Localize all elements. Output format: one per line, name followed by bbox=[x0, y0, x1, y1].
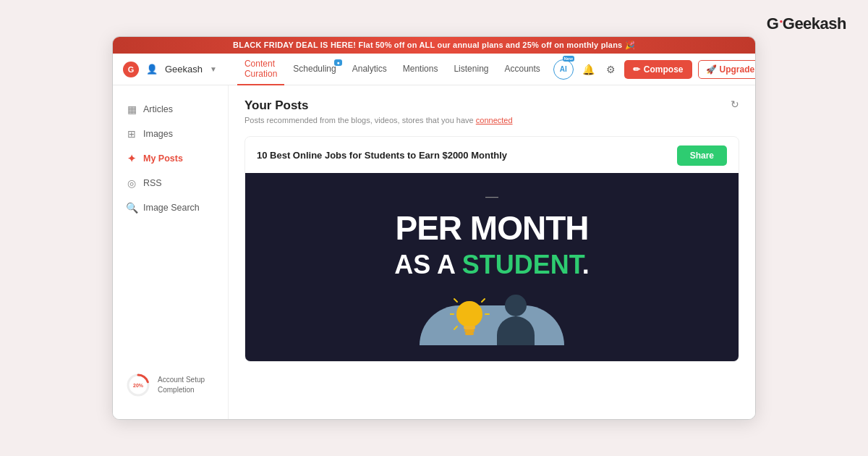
page-background: G●Geekash BLACK FRIDAY DEAL IS HERE! Fla… bbox=[0, 0, 868, 456]
post-card: 10 Best Online Jobs for Students to Earn… bbox=[244, 136, 739, 362]
app-body: ▦ Articles ⊞ Images ✦ My Posts ◎ RSS 🔍 bbox=[113, 85, 755, 419]
content-subtitle: Posts recommended from the blogs, videos… bbox=[244, 116, 739, 124]
nav-tabs: Content Curation Scheduling ● Analytics … bbox=[237, 54, 548, 85]
refresh-icon[interactable]: ↻ bbox=[731, 98, 739, 110]
top-banner: BLACK FRIDAY DEAL IS HERE! Flat 50% off … bbox=[113, 37, 755, 54]
svg-rect-4 bbox=[464, 326, 475, 329]
sidebar-item-rss[interactable]: ◎ RSS bbox=[113, 171, 228, 195]
post-sub-text: AS A STUDENT. bbox=[394, 250, 589, 280]
settings-icon[interactable]: ⚙ bbox=[603, 61, 618, 78]
images-icon: ⊞ bbox=[126, 128, 137, 140]
tab-listening[interactable]: Listening bbox=[446, 54, 495, 85]
tab-scheduling[interactable]: Scheduling ● bbox=[286, 54, 343, 85]
green-text: STUDENT bbox=[462, 250, 582, 279]
sidebar-item-my-posts[interactable]: ✦ My Posts bbox=[113, 146, 228, 171]
main-content: Your Posts ↻ Posts recommended from the … bbox=[229, 85, 755, 419]
person-head bbox=[505, 295, 527, 316]
sidebar-item-images[interactable]: ⊞ Images bbox=[113, 122, 228, 146]
nav-actions: AI New 🔔 ⚙ ✏ Compose 🚀 Upgrade bbox=[553, 59, 756, 80]
tab-content-curation[interactable]: Content Curation bbox=[237, 54, 284, 85]
compose-button[interactable]: ✏ Compose bbox=[624, 60, 692, 79]
svg-line-9 bbox=[454, 326, 457, 329]
svg-point-3 bbox=[456, 301, 482, 327]
tab-analytics[interactable]: Analytics bbox=[345, 54, 394, 85]
upgrade-button[interactable]: 🚀 Upgrade bbox=[698, 60, 756, 79]
ai-button[interactable]: AI New bbox=[553, 59, 574, 80]
nav-logo-icon: G bbox=[123, 62, 139, 77]
scheduling-dot-badge: ● bbox=[334, 59, 341, 66]
brand-logo: G●Geekash bbox=[767, 14, 846, 33]
svg-rect-6 bbox=[465, 332, 474, 335]
post-main-text: PER MONTH bbox=[396, 210, 589, 247]
person-body bbox=[497, 316, 535, 345]
post-illustration bbox=[245, 287, 739, 345]
share-button[interactable]: Share bbox=[677, 145, 727, 166]
post-title: 10 Best Online Jobs for Students to Earn… bbox=[257, 149, 507, 162]
content-header: Your Posts ↻ bbox=[244, 98, 739, 113]
tab-mentions[interactable]: Mentions bbox=[396, 54, 446, 85]
post-card-header: 10 Best Online Jobs for Students to Earn… bbox=[245, 137, 739, 173]
navbar: G 👤 Geekash ▼ Content Curation Schedulin… bbox=[113, 54, 755, 85]
image-search-icon: 🔍 bbox=[126, 202, 137, 214]
notifications-icon[interactable]: 🔔 bbox=[579, 61, 597, 78]
ai-new-badge: New bbox=[563, 56, 574, 62]
svg-rect-5 bbox=[464, 329, 475, 332]
sidebar-item-articles[interactable]: ▦ Articles bbox=[113, 97, 228, 122]
person-silhouette bbox=[497, 295, 535, 345]
my-posts-icon: ✦ bbox=[126, 153, 137, 164]
post-image-area: — PER MONTH AS A STUDENT. bbox=[245, 173, 739, 361]
svg-line-10 bbox=[482, 299, 485, 302]
articles-icon: ▦ bbox=[126, 104, 137, 115]
svg-line-7 bbox=[454, 299, 457, 302]
account-setup-progress: 20% bbox=[126, 373, 150, 397]
nav-workspace: Geekash bbox=[165, 64, 203, 75]
sidebar-item-image-search[interactable]: 🔍 Image Search bbox=[113, 195, 228, 220]
nav-dropdown-arrow[interactable]: ▼ bbox=[210, 65, 217, 73]
sidebar: ▦ Articles ⊞ Images ✦ My Posts ◎ RSS 🔍 bbox=[113, 85, 229, 419]
nav-brand-icon: 👤 bbox=[146, 64, 158, 75]
rss-icon: ◎ bbox=[126, 177, 137, 189]
page-title: Your Posts bbox=[244, 98, 308, 113]
setup-text: Account Setup Completion bbox=[158, 375, 205, 395]
lightbulb-svg bbox=[450, 295, 490, 345]
tab-accounts[interactable]: Accounts bbox=[497, 54, 547, 85]
image-separator: — bbox=[485, 189, 498, 204]
connected-link[interactable]: connected bbox=[476, 116, 513, 124]
dome-shape bbox=[420, 305, 564, 345]
app-window: BLACK FRIDAY DEAL IS HERE! Flat 50% off … bbox=[112, 36, 756, 420]
sidebar-footer: 20% Account Setup Completion bbox=[113, 363, 228, 408]
